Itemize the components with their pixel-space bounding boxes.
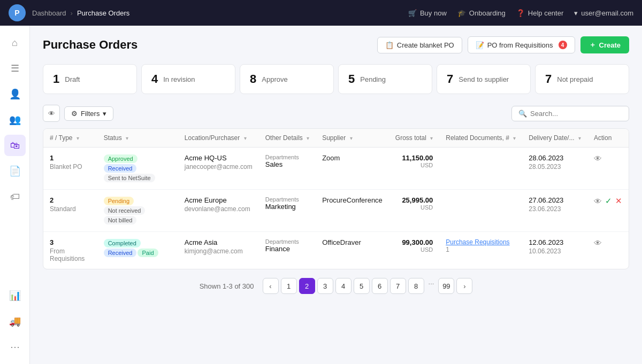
main-content: Purchase Orders 📋 Create blanket PO 📝 PO… — [30, 26, 642, 364]
view-icon[interactable]: 👁 — [594, 197, 602, 206]
help-center-label: Help center — [528, 9, 563, 17]
user-menu[interactable]: ▾ user@email.com — [574, 9, 633, 17]
pagination-next[interactable]: › — [456, 278, 472, 294]
status-badge: Not received — [104, 206, 146, 215]
search-input[interactable] — [530, 110, 622, 118]
buy-now-label: Buy now — [420, 9, 447, 17]
table-row: 2 Standard PendingNot receivedNot billed… — [43, 190, 629, 232]
table-row: 1 Blanket PO ApprovedReceivedSent to Net… — [43, 148, 629, 190]
pagination: Shown 1-3 of 300 ‹ 12345678...99 › — [43, 278, 629, 294]
col-header-delivery[interactable]: Delivery Date/... ▾ — [522, 129, 587, 148]
pagination-page-4[interactable]: 4 — [335, 278, 351, 294]
cell-location-2: Acme Asia kimjong@acme.com — [178, 232, 259, 269]
page-header: Purchase Orders 📋 Create blanket PO 📝 PO… — [43, 36, 629, 53]
table-row: 3 From Requisitions CompletedReceivedPai… — [43, 232, 629, 269]
pagination-page-5[interactable]: 5 — [354, 278, 370, 294]
purchase-orders-table: # / Type ▾Status ▾Location/Purchaser ▾Ot… — [43, 128, 629, 269]
cell-location-1: Acme Europe devonlane@acme.com — [178, 190, 259, 232]
col-header-num[interactable]: # / Type ▾ — [43, 129, 97, 148]
sidebar-icon-more[interactable]: ⋯ — [4, 336, 26, 358]
sidebar-icon-badge[interactable]: 🏷 — [4, 186, 26, 207]
sidebar-icon-team[interactable]: 👥 — [4, 109, 26, 130]
view-icon[interactable]: 👁 — [594, 154, 602, 163]
status-badge: Completed — [104, 239, 141, 247]
cell-num-1: 2 Standard — [43, 190, 97, 232]
status-card-send-to-supplier[interactable]: 7Send to supplier — [437, 64, 531, 94]
col-header-supplier[interactable]: Supplier ▾ — [316, 129, 389, 148]
pagination-page-3[interactable]: 3 — [317, 278, 333, 294]
search-box: 🔍 — [511, 106, 629, 121]
sidebar-icon-home[interactable]: ⌂ — [4, 32, 26, 53]
col-header-related[interactable]: Related Documents, # ▾ — [439, 129, 522, 148]
status-badge: Pending — [104, 197, 134, 205]
requisitions-badge: 4 — [559, 41, 567, 49]
cell-status-1: PendingNot receivedNot billed — [97, 190, 178, 232]
pagination-page-8[interactable]: 8 — [408, 278, 424, 294]
filter-icon: ⚙ — [71, 110, 78, 118]
user-email: user@email.com — [581, 9, 633, 17]
filters-label: Filters — [81, 110, 100, 118]
breadcrumb-dashboard[interactable]: Dashboard — [32, 9, 66, 17]
onboarding-label: Onboarding — [469, 9, 506, 17]
page-actions: 📋 Create blanket PO 📝 PO from Requisitio… — [377, 36, 629, 53]
pagination-page-99[interactable]: 99 — [438, 278, 454, 294]
cell-supplier-1: ProcureConference — [316, 190, 389, 232]
col-header-action[interactable]: Action — [587, 129, 629, 148]
create-blanket-po-button[interactable]: 📋 Create blanket PO — [377, 37, 462, 53]
cell-status-0: ApprovedReceivedSent to NetSuite — [97, 148, 178, 190]
cell-num-0: 1 Blanket PO — [43, 148, 97, 190]
col-header-gross[interactable]: Gross total ▾ — [389, 129, 439, 148]
eye-icon: 👁 — [48, 110, 55, 118]
pagination-page-2[interactable]: 2 — [299, 278, 315, 294]
cell-action: 👁 — [587, 148, 629, 190]
sidebar-icon-doc[interactable]: 📄 — [4, 160, 26, 182]
pagination-prev[interactable]: ‹ — [263, 278, 279, 294]
po-from-requisitions-button[interactable]: 📝 PO from Requisitions 4 — [468, 36, 575, 53]
status-card-not-prepaid[interactable]: 7Not prepaid — [535, 64, 629, 94]
col-header-other[interactable]: Other Details ▾ — [259, 129, 316, 148]
status-card-approve[interactable]: 8Approve — [240, 64, 334, 94]
view-toggle-button[interactable]: 👁 — [43, 105, 60, 122]
help-center-action[interactable]: ❓ Help center — [516, 9, 563, 17]
status-badge: Paid — [137, 249, 158, 257]
status-badge: Sent to NetSuite — [104, 174, 155, 182]
buy-now-action[interactable]: 🛒 Buy now — [408, 9, 447, 17]
sidebar-icon-cart[interactable]: 🛍 — [4, 135, 26, 156]
chevron-down-icon: ▾ — [103, 110, 106, 118]
cell-other-2: Departments Finance — [259, 232, 316, 269]
pagination-page-1[interactable]: 1 — [281, 278, 297, 294]
sidebar-icon-chart[interactable]: 📊 — [4, 285, 26, 306]
cell-gross-0: 11,150.00 USD — [389, 148, 439, 190]
status-badge: Approved — [104, 154, 137, 163]
requisitions-icon: 📝 — [476, 41, 484, 49]
onboarding-action[interactable]: 🎓 Onboarding — [457, 9, 506, 17]
cell-delivery-1: 27.06.2023 23.06.2023 — [522, 190, 587, 232]
view-icon[interactable]: 👁 — [594, 238, 602, 247]
pagination-page-6[interactable]: 6 — [372, 278, 388, 294]
cell-gross-1: 25,995.00 USD — [389, 190, 439, 232]
pagination-page-7[interactable]: 7 — [390, 278, 406, 294]
cell-num-2: 3 From Requisitions — [43, 232, 97, 269]
cell-related-1 — [439, 190, 522, 232]
filters-button[interactable]: ⚙ Filters ▾ — [64, 106, 113, 121]
status-card-pending[interactable]: 5Pending — [338, 64, 432, 94]
search-icon: 🔍 — [518, 110, 527, 118]
breadcrumb: Dashboard › Purchase Orders — [32, 9, 402, 17]
cell-status-2: CompletedReceivedPaid — [97, 232, 178, 269]
create-button[interactable]: ＋ Create — [580, 36, 629, 53]
cell-gross-2: 99,300.00 USD — [389, 232, 439, 269]
sidebar-icon-orders[interactable]: ☰ — [4, 58, 26, 79]
sidebar-icon-people[interactable]: 👤 — [4, 83, 26, 105]
breadcrumb-purchase-orders[interactable]: Purchase Orders — [77, 9, 129, 17]
col-header-status[interactable]: Status ▾ — [97, 129, 178, 148]
col-header-location[interactable]: Location/Purchaser ▾ — [178, 129, 259, 148]
reject-icon[interactable]: ✕ — [615, 196, 622, 206]
status-card-draft[interactable]: 1Draft — [43, 64, 137, 94]
related-doc-link[interactable]: Purchase Requisitions — [446, 238, 516, 246]
status-card-in-revision[interactable]: 4In revision — [141, 64, 235, 94]
app-logo: P — [9, 4, 26, 21]
cell-other-1: Departments Marketing — [259, 190, 316, 232]
sidebar-icon-truck[interactable]: 🚚 — [4, 311, 26, 332]
status-badge: Received — [104, 249, 137, 257]
approve-icon[interactable]: ✓ — [605, 196, 612, 206]
